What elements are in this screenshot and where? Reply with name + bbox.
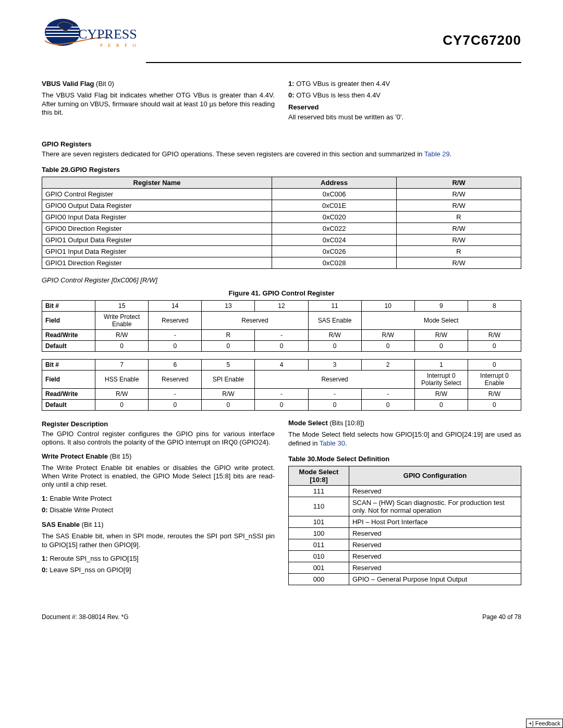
sas-v1: Reroute SPI_nss to GPIO[15] (50, 554, 139, 562)
col-left-bottom: Register Description The GPIO Control re… (42, 418, 275, 593)
fig41-caption: Figure 41. GPIO Control Register (42, 289, 521, 297)
logo-brand-text: CYPRESS (78, 27, 137, 42)
bottom-two-col: Register Description The GPIO Control re… (42, 418, 521, 593)
reserved-title: Reserved (288, 103, 521, 111)
top-two-col: VBUS Valid Flag (Bit 0) The VBUS Valid F… (42, 79, 521, 127)
wpe-body: The Write Protect Enable bit enables or … (42, 464, 275, 489)
doc-number: Document #: 38-08014 Rev. *G (42, 613, 129, 621)
sas-title: SAS Enable (42, 521, 80, 528)
page-header: CYPRESS P E R F O R M CY7C67200 (42, 15, 521, 58)
t29-h0: Register Name (42, 177, 272, 189)
vbus-title: VBUS Valid Flag (42, 80, 94, 88)
gpio-reg-title: GPIO Registers (42, 140, 521, 148)
t30-h1: GPIO Configuration (349, 466, 521, 485)
table30-caption: Table 30.Mode Select Definition (288, 455, 521, 463)
logo: CYPRESS P E R F O R M (42, 15, 141, 58)
col-right-top: 1: OTG VBus is greater then 4.4V 0: OTG … (288, 79, 521, 127)
t29-h1: Address (272, 177, 397, 189)
reg-desc-title: Register Description (42, 420, 275, 428)
gpio-reg-body-b: . (450, 150, 452, 158)
col-left-top: VBUS Valid Flag (Bit 0) The VBUS Valid F… (42, 79, 275, 127)
vbus-bit: (Bit 0) (96, 80, 114, 88)
page-number: Page 40 of 78 (482, 613, 521, 621)
reg-table-high: Bit # 15 14 13 12 11 10 9 8 Field Write … (42, 300, 521, 352)
page-footer: Document #: 38-08014 Rev. *G Page 40 of … (42, 613, 521, 621)
wpe-title: Write Protect Enable (42, 452, 108, 460)
sas-bit: (Bit 11) (82, 521, 104, 528)
vbus-val0: OTG VBus is less then 4.4V (296, 91, 381, 99)
table30: Mode Select [10:8] GPIO Configuration 11… (288, 466, 521, 585)
wpe-v1: Enable Write Protect (50, 495, 112, 502)
vbus-val1: OTG VBus is greater then 4.4V (296, 80, 390, 88)
sas-body: The SAS Enable bit, when in SPI mode, re… (42, 532, 275, 549)
t30-h0: Mode Select [10:8] (289, 466, 349, 485)
mode-bit: (Bits [10:8]) (329, 419, 364, 427)
col-right-bottom: Mode Select (Bits [10:8]) The Mode Selec… (288, 418, 521, 593)
vbus-body: The VBUS Valid Flag bit indicates whethe… (42, 91, 275, 117)
table29-link[interactable]: Table 29 (424, 150, 450, 158)
reg-desc-body: The GPIO Control register configures the… (42, 430, 275, 447)
gpio-reg-body-a: There are seven registers dedicated for … (42, 150, 424, 158)
t29-h2: R/W (397, 177, 521, 189)
vbus-val1-b: 1: (288, 80, 295, 88)
gpio-ctrl-subtitle: GPIO Control Register [0xC006] [R/W] (42, 276, 521, 284)
part-number: CY7C67200 (443, 15, 521, 48)
wpe-bit: (Bit 15) (110, 452, 132, 460)
reserved-body: All reserved bits must be written as '0'… (288, 113, 521, 121)
mode-title: Mode Select (288, 419, 328, 427)
wpe-v0: Disable Write Protect (50, 506, 113, 514)
reg-table-low: Bit # 7 6 5 4 3 2 1 0 Field HSS Enable R… (42, 359, 521, 411)
header-rule (146, 62, 521, 63)
bit-label: Bit # (42, 301, 95, 312)
table29-caption: Table 29.GPIO Registers (42, 166, 521, 174)
logo-tagline-text: P E R F O R M (100, 43, 141, 48)
mode-body: The Mode Select field selects how GPIO[1… (288, 430, 521, 448)
table30-link[interactable]: Table 30 (320, 439, 345, 447)
vbus-val0-b: 0: (288, 91, 295, 99)
page-content: CYPRESS P E R F O R M CY7C67200 VBUS Val… (0, 0, 563, 631)
table29: Register Name Address R/W GPIO Control R… (42, 177, 521, 269)
cypress-logo-icon: CYPRESS P E R F O R M (42, 15, 141, 56)
sas-v0: Leave SPI_nss on GPIO[9] (50, 566, 131, 574)
gpio-reg-body: There are seven registers dedicated for … (42, 150, 521, 158)
